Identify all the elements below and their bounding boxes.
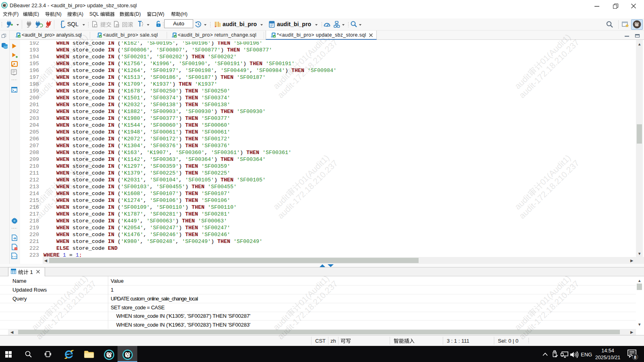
svg-text:8: 8 (634, 355, 636, 360)
